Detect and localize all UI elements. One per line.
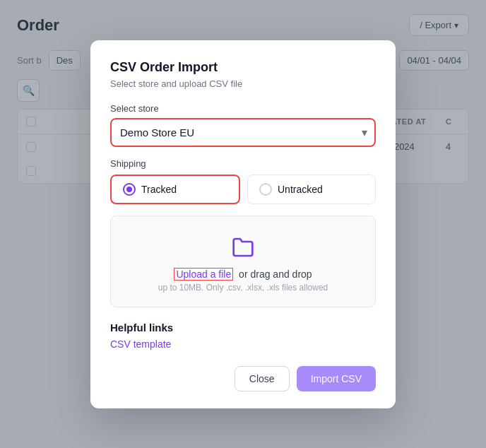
modal-title: CSV Order Import [110, 60, 376, 75]
close-button[interactable]: Close [235, 366, 290, 391]
store-select-label: Select store [110, 103, 376, 114]
helpful-links-section: Helpful links CSV template [110, 322, 376, 350]
csv-template-link[interactable]: CSV template [110, 338, 171, 350]
tracked-label: Tracked [141, 184, 177, 195]
radio-tracked [123, 183, 136, 196]
upload-file-link[interactable]: Upload a file [174, 268, 233, 281]
import-csv-button[interactable]: Import CSV [297, 366, 376, 391]
store-select-section: Select store Demo Store EU Demo Store US… [110, 103, 376, 147]
shipping-label: Shipping [110, 158, 376, 169]
modal-subtitle: Select store and upload CSV file [110, 78, 376, 89]
upload-text-after: or drag and drop [239, 269, 312, 280]
folder-icon [232, 236, 254, 261]
modal-overlay: CSV Order Import Select store and upload… [0, 0, 486, 448]
helpful-links-heading: Helpful links [110, 322, 376, 334]
shipping-option-tracked[interactable]: Tracked [110, 175, 240, 204]
modal: CSV Order Import Select store and upload… [90, 40, 396, 408]
modal-footer: Close Import CSV [110, 366, 376, 391]
upload-hint: up to 10MB. Only .csv, .xlsx, .xls files… [158, 283, 328, 293]
store-select-input[interactable]: Demo Store EU Demo Store US Demo Store U… [110, 118, 376, 147]
upload-area[interactable]: Upload a file or drag and drop up to 10M… [110, 216, 376, 307]
shipping-option-untracked[interactable]: Untracked [247, 175, 376, 204]
untracked-label: Untracked [278, 184, 323, 195]
shipping-section: Shipping Tracked Untracked [110, 158, 376, 204]
radio-untracked [259, 183, 272, 196]
upload-text-row: Upload a file or drag and drop [174, 269, 312, 280]
